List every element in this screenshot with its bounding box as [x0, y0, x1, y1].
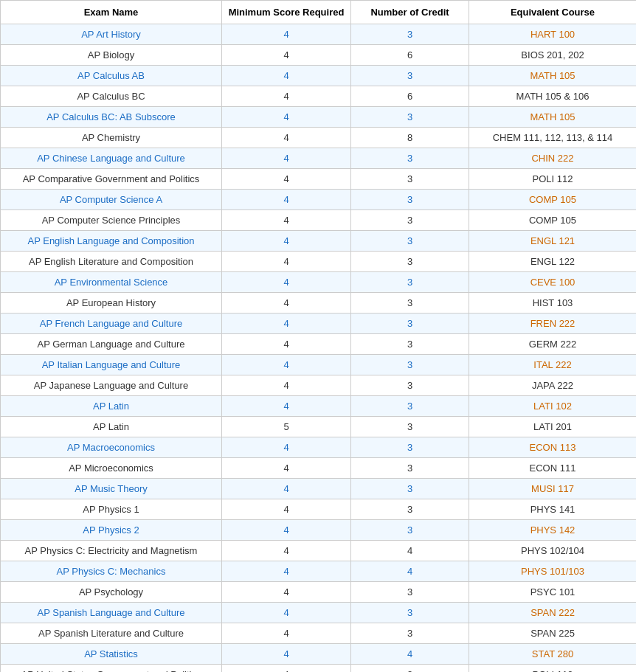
cell-equiv-course: LATI 102: [469, 396, 637, 417]
table-row: AP Latin43LATI 102: [1, 396, 637, 417]
cell-min-score: 4: [222, 252, 351, 272]
cell-exam-name: AP Chemistry: [1, 128, 222, 148]
table-row: AP Chinese Language and Culture43CHIN 22…: [1, 148, 637, 169]
cell-exam-name: AP Macroeconomics: [1, 437, 222, 458]
table-row: AP Macroeconomics43ECON 113: [1, 437, 637, 458]
cell-equiv-course: BIOS 201, 202: [469, 45, 637, 66]
cell-num-credit: 3: [351, 107, 469, 128]
cell-min-score: 4: [222, 582, 351, 603]
header-num-credit: Number of Credit: [351, 1, 469, 24]
cell-min-score: 4: [222, 272, 351, 293]
cell-min-score: 4: [222, 314, 351, 334]
cell-num-credit: 3: [351, 479, 469, 499]
cell-num-credit: 3: [351, 417, 469, 437]
cell-equiv-course: MATH 105: [469, 107, 637, 128]
cell-equiv-course: COMP 105: [469, 190, 637, 210]
cell-num-credit: 3: [351, 210, 469, 231]
cell-min-score: 4: [222, 107, 351, 128]
cell-equiv-course: PHYS 101/103: [469, 561, 637, 582]
table-row: AP Spanish Literature and Culture43SPAN …: [1, 623, 637, 644]
cell-min-score: 4: [222, 541, 351, 561]
cell-min-score: 4: [222, 437, 351, 458]
cell-equiv-course: STAT 280: [469, 644, 637, 665]
cell-equiv-course: CHIN 222: [469, 148, 637, 169]
cell-num-credit: 6: [351, 45, 469, 66]
table-header-row: Exam Name Minimum Score Required Number …: [1, 1, 637, 24]
cell-min-score: 4: [222, 190, 351, 210]
table-row: AP Calculus BC46MATH 105 & 106: [1, 86, 637, 107]
cell-num-credit: 4: [351, 561, 469, 582]
cell-num-credit: 3: [351, 665, 469, 673]
table-row: AP United States Government and Politics…: [1, 665, 637, 673]
cell-min-score: 4: [222, 148, 351, 169]
table-row: AP Spanish Language and Culture43SPAN 22…: [1, 603, 637, 623]
cell-min-score: 4: [222, 355, 351, 375]
cell-exam-name: AP Psychology: [1, 582, 222, 603]
cell-exam-name: AP Physics 1: [1, 499, 222, 520]
cell-equiv-course: ITAL 222: [469, 355, 637, 375]
cell-min-score: 4: [222, 396, 351, 417]
cell-exam-name: AP Art History: [1, 24, 222, 45]
cell-exam-name: AP French Language and Culture: [1, 314, 222, 334]
table-row: AP Computer Science Principles43COMP 105: [1, 210, 637, 231]
cell-num-credit: 3: [351, 66, 469, 86]
cell-num-credit: 3: [351, 252, 469, 272]
cell-min-score: 4: [222, 375, 351, 396]
cell-num-credit: 4: [351, 541, 469, 561]
table-row: AP Physics C: Mechanics44PHYS 101/103: [1, 561, 637, 582]
table-row: AP French Language and Culture43FREN 222: [1, 314, 637, 334]
table-row: AP Latin53LATI 201: [1, 417, 637, 437]
table-row: AP Japanese Language and Culture43JAPA 2…: [1, 375, 637, 396]
cell-num-credit: 4: [351, 644, 469, 665]
cell-num-credit: 3: [351, 437, 469, 458]
cell-num-credit: 3: [351, 293, 469, 314]
cell-equiv-course: PHYS 102/104: [469, 541, 637, 561]
cell-exam-name: AP Chinese Language and Culture: [1, 148, 222, 169]
cell-min-score: 4: [222, 293, 351, 314]
cell-equiv-course: ECON 111: [469, 458, 637, 479]
table-row: AP Biology46BIOS 201, 202: [1, 45, 637, 66]
cell-exam-name: AP Calculus BC: AB Subscore: [1, 107, 222, 128]
cell-exam-name: AP Physics 2: [1, 520, 222, 541]
cell-num-credit: 3: [351, 169, 469, 190]
cell-num-credit: 3: [351, 582, 469, 603]
cell-num-credit: 3: [351, 375, 469, 396]
cell-exam-name: AP Microeconomics: [1, 458, 222, 479]
cell-num-credit: 3: [351, 231, 469, 252]
cell-min-score: 4: [222, 499, 351, 520]
cell-equiv-course: ECON 113: [469, 437, 637, 458]
cell-equiv-course: CHEM 111, 112, 113, & 114: [469, 128, 637, 148]
cell-exam-name: AP Statistics: [1, 644, 222, 665]
cell-equiv-course: FREN 222: [469, 314, 637, 334]
table-row: AP Physics 143PHYS 141: [1, 499, 637, 520]
cell-min-score: 4: [222, 231, 351, 252]
cell-equiv-course: HIST 103: [469, 293, 637, 314]
cell-equiv-course: SPAN 222: [469, 603, 637, 623]
cell-exam-name: AP English Literature and Composition: [1, 252, 222, 272]
table-row: AP English Language and Composition43ENG…: [1, 231, 637, 252]
cell-exam-name: AP United States Government and Politics: [1, 665, 222, 673]
cell-exam-name: AP Latin: [1, 396, 222, 417]
cell-exam-name: AP Physics C: Mechanics: [1, 561, 222, 582]
cell-num-credit: 3: [351, 148, 469, 169]
table-row: AP Music Theory43MUSI 117: [1, 479, 637, 499]
cell-min-score: 4: [222, 66, 351, 86]
cell-exam-name: AP Music Theory: [1, 479, 222, 499]
cell-num-credit: 3: [351, 314, 469, 334]
cell-num-credit: 3: [351, 499, 469, 520]
cell-min-score: 4: [222, 169, 351, 190]
cell-equiv-course: LATI 201: [469, 417, 637, 437]
cell-num-credit: 8: [351, 128, 469, 148]
cell-equiv-course: CEVE 100: [469, 272, 637, 293]
table-row: AP Computer Science A43COMP 105: [1, 190, 637, 210]
cell-num-credit: 3: [351, 623, 469, 644]
cell-exam-name: AP German Language and Culture: [1, 334, 222, 355]
cell-exam-name: AP Environmental Science: [1, 272, 222, 293]
header-min-score: Minimum Score Required: [222, 1, 351, 24]
cell-min-score: 4: [222, 86, 351, 107]
cell-equiv-course: MUSI 117: [469, 479, 637, 499]
cell-equiv-course: MATH 105: [469, 66, 637, 86]
table-row: AP Italian Language and Culture43ITAL 22…: [1, 355, 637, 375]
cell-equiv-course: ENGL 121: [469, 231, 637, 252]
cell-equiv-course: SPAN 225: [469, 623, 637, 644]
